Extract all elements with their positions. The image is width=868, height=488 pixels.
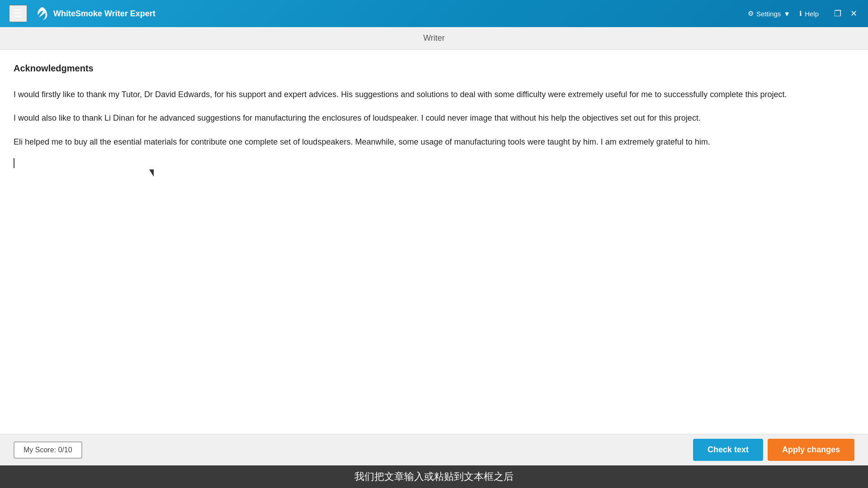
document-heading: Acknowledgments (14, 63, 854, 74)
writer-title: Writer (423, 33, 445, 43)
settings-label: Settings (756, 10, 781, 18)
paragraph-2: I would also like to thank Li Dinan for … (14, 111, 854, 125)
paragraph-1: I would firstly like to thank my Tutor, … (14, 87, 854, 102)
help-button[interactable]: ℹ Help (799, 9, 819, 18)
restore-button[interactable]: ❐ (832, 7, 843, 20)
chevron-down-icon: ▼ (783, 10, 790, 18)
close-button[interactable]: ✕ (849, 7, 859, 20)
window-controls: ❐ ✕ (832, 7, 859, 20)
check-text-button[interactable]: Check text (693, 439, 763, 461)
sub-header: Writer (0, 27, 868, 50)
bottom-right-buttons: Check text Apply changes (693, 439, 854, 461)
title-bar: ☰ WhiteSmoke Writer Expert ⚙ Settings ▼ … (0, 0, 868, 27)
mouse-cursor (149, 169, 158, 178)
subtitle-text: 我们把文章输入或粘贴到文本框之后 (354, 470, 514, 483)
app-logo-icon (34, 6, 49, 21)
document-body: I would firstly like to thank my Tutor, … (14, 87, 854, 168)
bottom-bar: My Score: 0/10 Check text Apply changes (0, 434, 868, 465)
subtitle-overlay: 我们把文章输入或粘贴到文本框之后 (0, 465, 868, 488)
gear-icon: ⚙ (748, 9, 754, 18)
text-cursor (14, 158, 854, 168)
score-badge: My Score: 0/10 (14, 441, 82, 459)
main-content[interactable]: Acknowledgments I would firstly like to … (0, 50, 868, 434)
title-bar-right: ⚙ Settings ▼ ℹ Help ❐ ✕ (748, 7, 859, 20)
hamburger-menu-button[interactable]: ☰ (9, 5, 27, 22)
settings-button[interactable]: ⚙ Settings ▼ (748, 9, 790, 18)
apply-changes-button[interactable]: Apply changes (768, 439, 854, 461)
help-label: Help (805, 10, 819, 18)
app-title: WhiteSmoke Writer Expert (53, 9, 156, 19)
info-icon: ℹ (799, 9, 802, 18)
logo-area: WhiteSmoke Writer Expert (34, 6, 156, 21)
paragraph-3: Eli helped me to buy all the esential ma… (14, 135, 854, 149)
title-bar-left: ☰ WhiteSmoke Writer Expert (9, 5, 156, 22)
